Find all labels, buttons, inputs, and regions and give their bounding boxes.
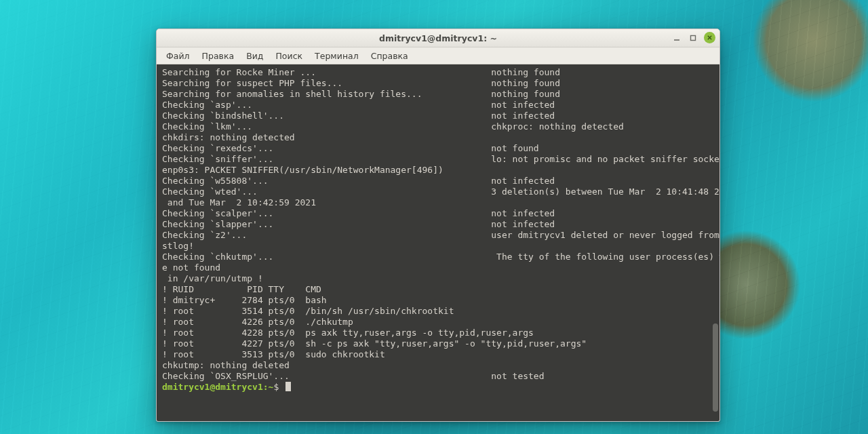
terminal-area[interactable]: Searching for Rocke Miner ... nothing fo… (157, 64, 719, 421)
menu-search[interactable]: Поиск (270, 50, 308, 62)
terminal-line: chkutmp: nothing deleted (162, 360, 715, 371)
terminal-line: Searching for anomalies in shell history… (162, 89, 715, 100)
menu-edit[interactable]: Правка (197, 50, 240, 62)
terminal-line: Checking `slapper'... not infected (162, 219, 715, 230)
terminal-line: Checking `asp'... not infected (162, 100, 715, 111)
terminal-line: e not found (162, 262, 715, 273)
terminal-line: ! root 4226 pts/0 ./chkutmp (162, 317, 715, 328)
terminal-line: Checking `bindshell'... not infected (162, 111, 715, 121)
terminal-line: Searching for suspect PHP files... nothi… (162, 78, 715, 89)
menu-help[interactable]: Справка (366, 50, 414, 62)
terminal-line: ! root 3514 pts/0 /bin/sh /usr/sbin/chkr… (162, 306, 715, 317)
terminal-line: Checking `OSX_RSPLUG'... not tested (162, 371, 715, 382)
menu-view[interactable]: Вид (241, 50, 269, 62)
window-title: dmitrycv1@dmitrycv1: ~ (379, 33, 497, 43)
terminal-line: stlog! (162, 241, 715, 252)
terminal-line: Checking `lkm'... chkproc: nothing detec… (162, 121, 715, 132)
terminal-prompt-line[interactable]: dmitrycv1@dmitrycv1:~$ (162, 382, 715, 393)
terminal-line: Checking `z2'... user dmitrycv1 deleted … (162, 230, 715, 241)
terminal-line: Checking `w55808'... not infected (162, 176, 715, 186)
terminal-line: ! root 4228 pts/0 ps axk tty,ruser,args … (162, 328, 715, 338)
terminal-line: ! dmitryc+ 2784 pts/0 bash (162, 295, 715, 306)
maximize-button[interactable] (688, 33, 698, 43)
terminal-line: Checking `rexedcs'... not found (162, 143, 715, 154)
desktop-background: dmitrycv1@dmitrycv1: ~ Файл Правка Вид П… (0, 0, 868, 434)
terminal-line: and Tue Mar 2 10:42:59 2021 (162, 197, 715, 208)
minimize-button[interactable] (671, 33, 682, 43)
terminal-line: Checking `sniffer'... lo: not promisc an… (162, 154, 715, 165)
terminal-line: ! RUID PID TTY CMD (162, 284, 715, 295)
window-controls (671, 32, 715, 43)
menubar: Файл Правка Вид Поиск Терминал Справка (157, 47, 719, 64)
terminal-line: Searching for Rocke Miner ... nothing fo… (162, 67, 715, 78)
titlebar[interactable]: dmitrycv1@dmitrycv1: ~ (157, 29, 719, 47)
terminal-cursor (285, 382, 291, 391)
scrollbar-thumb[interactable] (713, 323, 718, 412)
terminal-line: enp0s3: PACKET SNIFFER(/usr/sbin/Network… (162, 165, 715, 176)
terminal-line: Checking `wted'... 3 deletion(s) between… (162, 186, 715, 197)
terminal-line: ! root 3513 pts/0 sudo chkrootkit (162, 349, 715, 360)
terminal-line: Checking `chkutmp'... The tty of the fol… (162, 252, 715, 262)
terminal-window: dmitrycv1@dmitrycv1: ~ Файл Правка Вид П… (156, 28, 720, 422)
close-button[interactable] (704, 32, 715, 43)
terminal-line: in /var/run/utmp ! (162, 273, 715, 284)
svg-rect-1 (691, 35, 696, 40)
scrollbar[interactable] (713, 67, 718, 418)
terminal-line: ! root 4227 pts/0 sh -c ps axk "tty,ruse… (162, 338, 715, 349)
menu-terminal[interactable]: Терминал (309, 50, 364, 62)
menu-file[interactable]: Файл (161, 50, 195, 62)
terminal-line: Checking `scalper'... not infected (162, 208, 715, 219)
terminal-line: chkdirs: nothing detected (162, 132, 715, 143)
